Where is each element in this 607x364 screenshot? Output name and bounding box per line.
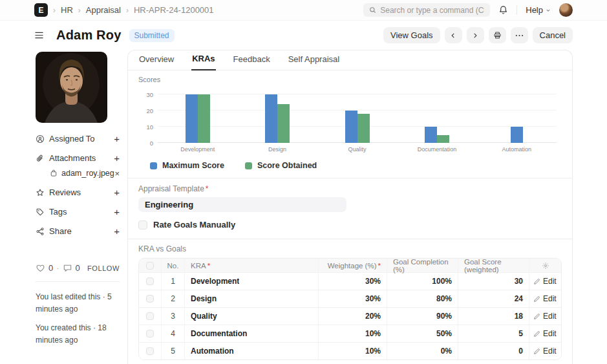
kra-name: Design	[191, 294, 217, 303]
edit-cell: Edit	[529, 273, 561, 290]
tab-self-appraisal[interactable]: Self Appraisal	[288, 54, 341, 70]
search-bar[interactable]	[363, 3, 490, 17]
goal-completion-cell[interactable]: 0%	[387, 343, 458, 359]
edit-row-button[interactable]: Edit	[533, 329, 557, 338]
y-axis-tick: 0	[150, 140, 153, 147]
appraisal-template-input[interactable]: Engineering	[138, 197, 346, 212]
kra-cell[interactable]: Development	[184, 273, 318, 290]
print-button[interactable]	[489, 27, 506, 43]
follow-button[interactable]: FOLLOW	[87, 264, 120, 272]
attachment-name[interactable]: adam_roy.jpeg	[61, 169, 114, 178]
gear-icon[interactable]	[542, 262, 549, 270]
edit-row-button[interactable]: Edit	[533, 294, 557, 303]
next-button[interactable]	[467, 27, 484, 43]
weightage-cell[interactable]: 10%	[318, 325, 387, 342]
help-menu[interactable]: Help	[526, 5, 551, 15]
column-header-no: No.	[161, 259, 184, 272]
remove-attachment-button[interactable]: ×	[114, 169, 120, 178]
weightage-cell[interactable]: 10%	[318, 343, 387, 359]
goal-score-cell[interactable]: 30	[458, 273, 529, 290]
template-field-label: Appraisal Template*	[138, 184, 562, 193]
weightage-cell[interactable]: 20%	[318, 308, 387, 325]
hamburger-menu-icon[interactable]	[34, 31, 44, 39]
row-number: 3	[171, 312, 175, 321]
bar-maximum-score[interactable]	[186, 94, 198, 143]
view-goals-button[interactable]: View Goals	[383, 27, 440, 43]
heart-icon[interactable]	[36, 263, 45, 273]
goal-score-cell[interactable]: 0	[458, 343, 529, 359]
edit-row-button[interactable]: Edit	[533, 277, 557, 286]
bar-maximum-score[interactable]	[425, 127, 437, 143]
main-form-card: OverviewKRAsFeedbackSelf Appraisal Score…	[127, 50, 573, 364]
rate-goals-checkbox[interactable]	[138, 220, 147, 230]
breadcrumb-item-hr[interactable]: HR	[61, 5, 73, 15]
more-button[interactable]	[511, 27, 528, 43]
tab-feedback[interactable]: Feedback	[233, 54, 271, 70]
table-row: 4Documentation10%50%5Edit	[139, 325, 561, 342]
app-logo[interactable]: E	[34, 3, 48, 17]
goal-completion-cell[interactable]: 50%	[387, 325, 458, 342]
kra-cell[interactable]: Documentation	[184, 325, 318, 342]
chart-legend: Maximum ScoreScore Obtained	[150, 161, 562, 170]
kra-cell[interactable]: Quality	[184, 308, 318, 325]
cell-value: 24	[515, 294, 523, 303]
comment-icon[interactable]	[63, 263, 72, 273]
goal-score-cell[interactable]: 24	[458, 290, 529, 307]
table-row: 5Automation10%0%0Edit	[139, 342, 561, 359]
goal-completion-cell[interactable]: 80%	[387, 290, 458, 307]
tab-overview[interactable]: Overview	[138, 54, 175, 70]
chevron-left-icon	[450, 32, 456, 39]
select-all-checkbox[interactable]	[146, 262, 154, 270]
goal-completion-cell[interactable]: 100%	[387, 273, 458, 290]
row-checkbox[interactable]	[146, 312, 154, 320]
row-checkbox[interactable]	[146, 330, 154, 337]
row-number-cell: 2	[161, 290, 184, 307]
bar-score-obtained[interactable]	[198, 94, 210, 143]
legend-label: Maximum Score	[162, 161, 224, 170]
weightage-cell[interactable]: 30%	[318, 290, 387, 307]
bar-score-obtained[interactable]	[277, 104, 290, 143]
tab-kras[interactable]: KRAs	[191, 54, 215, 70]
edit-row-button[interactable]: Edit	[533, 347, 557, 356]
status-badge: Submitted	[129, 29, 175, 42]
edit-row-button[interactable]: Edit	[533, 312, 557, 321]
column-label: KRA	[191, 262, 206, 270]
row-number-cell: 4	[161, 325, 184, 342]
add-share-button[interactable]: +	[114, 226, 120, 236]
bar-score-obtained[interactable]	[437, 135, 449, 144]
add-reviews-button[interactable]: +	[114, 187, 120, 197]
bar-maximum-score[interactable]	[511, 127, 523, 143]
weightage-cell[interactable]: 30%	[318, 273, 387, 290]
table-row: 2Design30%80%24Edit	[139, 290, 561, 307]
navbar-divider	[516, 5, 517, 15]
bar-maximum-score[interactable]	[345, 111, 357, 143]
row-number-cell: 3	[161, 308, 184, 325]
search-icon	[369, 6, 376, 14]
prev-button[interactable]	[445, 27, 462, 43]
row-select-cell	[139, 308, 161, 325]
breadcrumb-item-appraisal[interactable]: Appraisal	[86, 5, 121, 15]
row-number-cell: 5	[161, 343, 184, 359]
bar-score-obtained[interactable]	[357, 114, 370, 143]
cancel-button[interactable]: Cancel	[533, 27, 573, 43]
add-assigned-to-button[interactable]: +	[114, 134, 120, 144]
breadcrumb-item-hr-apr-24-1200001[interactable]: HR-APR-24-1200001	[134, 5, 214, 15]
goal-score-cell[interactable]: 5	[458, 325, 529, 342]
user-avatar[interactable]	[559, 3, 573, 17]
search-input[interactable]	[380, 6, 484, 15]
goal-completion-cell[interactable]: 90%	[387, 308, 458, 325]
bar-maximum-score[interactable]	[265, 94, 277, 143]
add-attachments-button[interactable]: +	[114, 153, 120, 163]
row-checkbox[interactable]	[146, 347, 154, 355]
goal-score-cell[interactable]: 18	[458, 308, 529, 325]
kra-cell[interactable]: Automation	[184, 343, 318, 359]
required-marker: *	[208, 262, 210, 270]
add-tags-button[interactable]: +	[114, 207, 120, 217]
row-checkbox[interactable]	[146, 277, 154, 285]
header-actions: View Goals Cancel	[383, 27, 573, 43]
row-checkbox[interactable]	[146, 295, 154, 303]
kra-cell[interactable]: Design	[184, 290, 318, 307]
notification-bell-icon[interactable]	[498, 5, 508, 15]
row-number: 4	[171, 329, 175, 338]
column-header-weightage: Weightage (%)*	[318, 259, 387, 272]
